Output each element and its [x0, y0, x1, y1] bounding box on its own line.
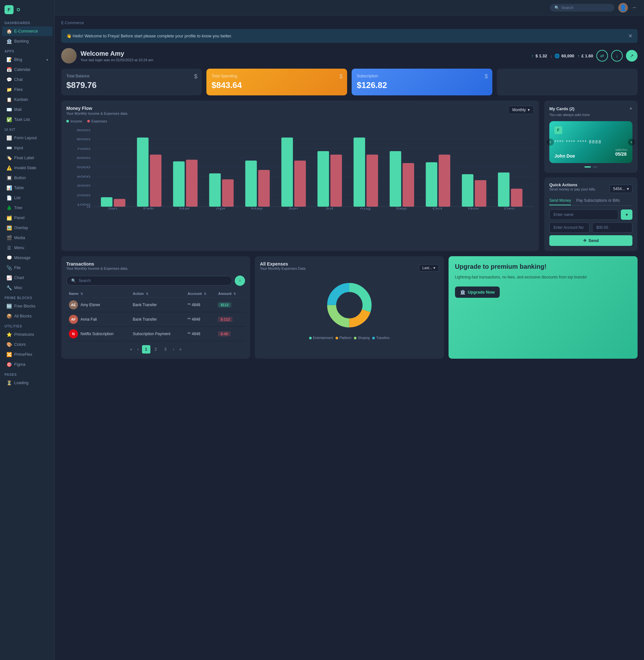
period-dropdown[interactable]: Last... ▾: [419, 264, 439, 272]
exchange-button[interactable]: ⇄: [596, 50, 608, 62]
colors-label: Colors: [14, 342, 26, 347]
sidebar-item-floatlabel[interactable]: 🏷️Float Label: [2, 153, 52, 163]
page-last-button[interactable]: »: [178, 347, 184, 352]
tree-icon: 🌲: [6, 205, 12, 211]
page-next-button[interactable]: ›: [171, 347, 176, 352]
sidebar-item-figma[interactable]: 🎯Figma: [2, 360, 52, 369]
transactions-upload-button[interactable]: ↑: [235, 276, 245, 286]
add-card-button[interactable]: +: [629, 106, 632, 111]
sidebar-item-chat[interactable]: 💬Chat: [2, 75, 52, 84]
transactions-section: Transactions Your Monthly Income & Expen…: [61, 256, 250, 359]
download-button[interactable]: ↓: [611, 50, 623, 62]
account-number-input[interactable]: [549, 222, 590, 233]
sidebar-item-menu[interactable]: ☰Menu: [2, 243, 52, 252]
carousel-prev-button[interactable]: ‹: [547, 138, 554, 146]
svg-text:Mar: Mar: [179, 206, 190, 210]
sidebar-item-colors[interactable]: 🎨Colors: [2, 340, 52, 349]
valid-thru-label: Valid thru: [615, 148, 627, 152]
qa-account-row: [549, 222, 632, 233]
sort-amount-icon[interactable]: ⇅: [233, 292, 236, 295]
transactions-search-input[interactable]: [78, 279, 227, 283]
sidebar-item-allblocks[interactable]: 📦All Blocks: [2, 311, 52, 321]
welcome-name: Welcome Amy: [80, 50, 153, 57]
svg-text:4000: 4000: [77, 175, 91, 178]
sidebar-item-misc[interactable]: 🔧Misc: [2, 283, 52, 293]
allblocks-icon: 📦: [6, 313, 12, 319]
recipient-name-input[interactable]: [549, 210, 618, 220]
sidebar-item-button[interactable]: 🔲Button: [2, 173, 52, 183]
carousel-indicators: [549, 166, 632, 168]
banner-close-button[interactable]: ✕: [628, 33, 632, 39]
sidebar-item-files[interactable]: 📁Files: [2, 85, 52, 94]
page-prev-button[interactable]: ‹: [136, 347, 141, 352]
quick-actions-title-group: Quick Actions Send money or pay your bil…: [549, 182, 596, 195]
user-avatar[interactable]: 👤: [618, 3, 628, 13]
tab-pay-bills[interactable]: Pay Subscriptions or Bills: [576, 196, 620, 205]
sidebar-item-calendar[interactable]: 📅Calendar: [2, 65, 52, 74]
sidebar-item-chart[interactable]: 📈Chart: [2, 273, 52, 283]
sidebar-item-banking[interactable]: 🏦Banking: [2, 37, 52, 46]
account-select-dropdown[interactable]: 5454... ▾: [610, 185, 632, 193]
sidebar-item-primeflex[interactable]: 🔀PrimeFlex: [2, 350, 52, 359]
amount-input[interactable]: [592, 222, 632, 233]
send-circle-button[interactable]: ↗: [626, 50, 638, 62]
page-2-button[interactable]: 2: [152, 345, 160, 354]
monthly-dropdown[interactable]: Monthly ▾: [508, 106, 534, 114]
my-cards-title: My Cards (2): [549, 106, 574, 111]
table-label: Table: [14, 185, 24, 190]
sidebar-item-overlay[interactable]: 🖼️Overlay: [2, 223, 52, 233]
money-flow-title-group: Money Flow Your Monthly Income & Expense…: [66, 106, 128, 115]
search-input[interactable]: [561, 5, 606, 10]
chart-wrapper: 9000 8000 7000 6000 5000 4000 3000 2000 …: [66, 126, 534, 210]
sidebar-item-formlayout[interactable]: ⬜Form Layout: [2, 133, 52, 143]
sidebar-item-tasklist[interactable]: ✅Task List: [2, 115, 52, 125]
page-first-button[interactable]: «: [128, 347, 134, 352]
sidebar-item-message[interactable]: 💭Message: [2, 253, 52, 263]
loading-icon: ⏳: [6, 380, 12, 386]
sidebar-section-prime-blocks: PRIME BLOCKS: [0, 293, 54, 301]
col-name-header: Name ⇅: [66, 290, 130, 298]
send-button[interactable]: ✈ Send: [549, 235, 632, 246]
back-button[interactable]: ←: [632, 4, 638, 11]
balance-value: $879.76: [66, 80, 197, 90]
upgrade-button[interactable]: 🏦 Upgrade Now: [455, 286, 500, 298]
transactions-search-bar[interactable]: 🔍: [66, 276, 232, 286]
sidebar-item-file[interactable]: 📎File: [2, 263, 52, 273]
carousel-next-button[interactable]: ›: [628, 138, 635, 146]
svg-rect-26: [173, 161, 185, 206]
sort-action-icon[interactable]: ⇅: [146, 292, 148, 295]
sidebar-item-panel[interactable]: 🗂️Panel: [2, 213, 52, 223]
sidebar-item-table[interactable]: 📊Table: [2, 183, 52, 193]
search-bar[interactable]: 🔍: [550, 4, 614, 12]
page-3-button[interactable]: 3: [161, 345, 170, 354]
sidebar-item-loading[interactable]: ⏳Loading: [2, 378, 52, 388]
tab-send-money[interactable]: Send Money: [549, 196, 571, 205]
figma-label: Figma: [14, 362, 25, 367]
sidebar-item-tree[interactable]: 🌲Tree: [2, 203, 52, 213]
sidebar-item-input[interactable]: ⌨️Input: [2, 143, 52, 153]
name-dropdown-button[interactable]: ▾: [621, 210, 632, 220]
blog-icon: 📝: [6, 57, 12, 62]
sidebar-item-list[interactable]: 📄List: [2, 193, 52, 203]
svg-rect-48: [439, 155, 450, 207]
banking-icon: 🏦: [6, 39, 12, 44]
sidebar-item-primeicons[interactable]: ⭐Primelcons: [2, 330, 52, 339]
spending-label: Total Spending: [211, 74, 342, 78]
sidebar-item-freeblocks[interactable]: 🆓Free Blocks: [2, 301, 52, 311]
sidebar-item-ecommerce[interactable]: 🏠E-Commerce: [2, 26, 52, 36]
sort-name-icon[interactable]: ⇅: [80, 292, 83, 295]
ae-title: All Expenses: [260, 261, 305, 266]
welcome-last-login: Your last login was on 01/02/2023 at 10:…: [80, 58, 153, 62]
svg-rect-39: [330, 155, 342, 207]
sidebar-item-invalidstate[interactable]: ⚠️Invalid State: [2, 163, 52, 173]
sidebar-item-media[interactable]: 🎬Media: [2, 233, 52, 243]
welcome-section: Welcome Amy Your last login was on 01/02…: [61, 48, 638, 64]
svg-text:Feb: Feb: [143, 206, 154, 210]
transfers-label: Transfers: [376, 336, 390, 340]
sort-account-icon[interactable]: ⇅: [204, 292, 206, 295]
sidebar-item-mail[interactable]: ✉️Mail: [2, 105, 52, 114]
page-1-button[interactable]: 1: [142, 345, 151, 354]
card-number: **** **** **** 8888: [554, 139, 627, 145]
sidebar-item-blog[interactable]: 📝Blog▾: [2, 55, 52, 64]
sidebar-item-kanban[interactable]: 📋Kanban: [2, 95, 52, 104]
